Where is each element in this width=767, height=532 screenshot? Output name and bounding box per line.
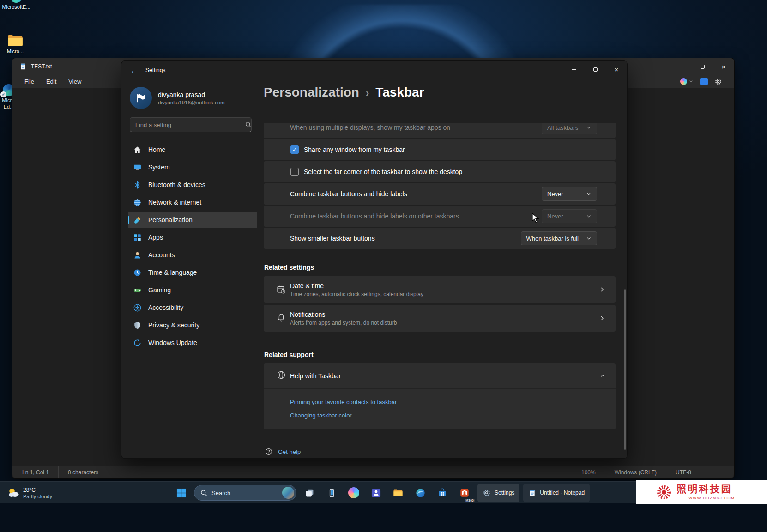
multiple-displays-dropdown[interactable]: All taskbars [542, 123, 597, 134]
row-combine-buttons[interactable]: Combine taskbar buttons and hide labels … [264, 183, 616, 205]
weather-condition: Partly cloudy [23, 494, 52, 499]
menu-edit[interactable]: Edit [41, 77, 61, 86]
personalization-icon [133, 216, 141, 224]
notepad-task-label: Untitled - Notepad [540, 490, 585, 496]
scrollbar-thumb[interactable] [624, 289, 626, 450]
sidebar-item-system[interactable]: System [128, 159, 257, 175]
smaller-buttons-dropdown[interactable]: When taskbar is full [521, 231, 597, 245]
maximize-button[interactable] [585, 61, 606, 78]
sidebar-item-accounts[interactable]: Accounts [128, 247, 257, 263]
help-link-pin-contacts[interactable]: Pinning your favorite contacts to taskba… [290, 399, 616, 405]
teams-button[interactable] [367, 484, 385, 502]
sidebar-item-accessibility[interactable]: Accessibility [128, 299, 257, 316]
line-ending: Windows (CRLF) [605, 466, 666, 478]
sidebar-item-apps[interactable]: Apps [128, 229, 257, 246]
sidebar-item-windows-update[interactable]: Windows Update [128, 334, 257, 351]
phone-link-button[interactable] [322, 484, 341, 502]
edge-icon [10, 0, 22, 3]
desktop-icon-microsoft-edge-shortcut[interactable]: MicrosoftE... [1, 0, 31, 11]
row-multiple-displays[interactable]: When using multiple displays, show my ta… [264, 123, 616, 138]
notepad-toolbar-right [680, 75, 722, 88]
chevron-down-icon [586, 213, 592, 219]
help-expander[interactable]: Help with Taskbar [264, 363, 616, 389]
close-button[interactable]: × [713, 58, 734, 75]
settings-gear-icon[interactable] [714, 78, 722, 85]
maximize-button[interactable] [692, 58, 713, 75]
task-view-icon [305, 488, 314, 498]
settings-gear-icon [483, 489, 491, 497]
notepad-task-button[interactable]: Untitled - Notepad [523, 484, 590, 502]
menu-file[interactable]: File [19, 77, 39, 86]
help-links: Pinning your favorite contacts to taskba… [264, 389, 616, 429]
notepad-window-controls: × [670, 58, 734, 75]
globe-icon [133, 199, 141, 206]
row-smaller-buttons[interactable]: Show smaller taskbar buttons When taskba… [264, 228, 616, 249]
help-link-taskbar-color[interactable]: Changing taskbar color [290, 412, 616, 419]
taskbar-center: Search [172, 484, 590, 502]
home-icon [133, 146, 141, 154]
get-help-link[interactable]: Get help [265, 448, 616, 455]
watermark-logo [656, 484, 672, 500]
apps-icon [133, 234, 141, 242]
share-window-checkbox[interactable]: ✓ [290, 145, 299, 154]
question-icon [265, 448, 272, 455]
sidebar-item-gaming[interactable]: Gaming [128, 282, 257, 298]
teams-icon [371, 488, 381, 498]
sidebar-item-bluetooth-devices[interactable]: Bluetooth & devices [128, 176, 257, 193]
account-profile[interactable]: divyanka prasad divyanka1916@outlook.com [121, 79, 264, 116]
taskbar-search-box[interactable]: Search [194, 485, 296, 501]
settings-nav: Home System Bluetooth & devices Network … [121, 139, 264, 351]
zoom-level: 100% [572, 466, 605, 478]
far-corner-checkbox[interactable] [290, 168, 299, 176]
row-combine-other-taskbars[interactable]: Combine taskbar buttons and hide labels … [264, 206, 616, 227]
settings-content: Personalization › Taskbar When using mul… [264, 79, 627, 458]
search-input[interactable] [130, 117, 252, 132]
microsoft-store-button[interactable] [433, 484, 452, 502]
file-explorer-button[interactable] [389, 484, 407, 502]
sidebar-item-privacy-security[interactable]: Privacy & security [128, 317, 257, 333]
sidebar-item-home[interactable]: Home [128, 141, 257, 158]
sidebar-item-network-internet[interactable]: Network & internet [128, 194, 257, 211]
menu-view[interactable]: View [63, 77, 86, 86]
minimize-button[interactable] [670, 58, 692, 75]
back-button[interactable]: ← [128, 64, 140, 76]
task-view-button[interactable] [300, 484, 319, 502]
chevron-down-icon [689, 79, 694, 84]
chevron-down-icon [586, 191, 592, 197]
row-share-window[interactable]: ✓ Share any window from my taskbar [264, 139, 616, 160]
notepad-icon [19, 63, 27, 70]
notifications-card[interactable]: Notifications Alerts from apps and syste… [264, 305, 616, 332]
microsoft-365-button[interactable]: M365 [455, 484, 474, 502]
sign-in-icon[interactable] [700, 78, 708, 85]
weather-temp: 28°C [23, 487, 52, 493]
account-email: divyanka1916@outlook.com [158, 100, 225, 105]
row-far-corner[interactable]: Select the far corner of the taskbar to … [264, 161, 616, 182]
settings-search [130, 117, 256, 132]
combine-buttons-dropdown[interactable]: Never [542, 187, 597, 201]
notepad-tab[interactable]: TEST.txt [19, 63, 52, 70]
cursor-position: Ln 1, Col 1 [12, 466, 58, 478]
widgets-weather-button[interactable]: 28°C Partly cloudy [3, 482, 57, 504]
character-count: 0 characters [58, 466, 108, 478]
copilot-button[interactable] [344, 484, 363, 502]
help-globe-icon [277, 370, 286, 381]
search-icon [200, 490, 207, 496]
close-button[interactable]: × [606, 61, 627, 78]
sidebar-item-time-language[interactable]: Time & language [128, 264, 257, 281]
notepad-icon [528, 489, 536, 497]
chevron-right-icon [599, 286, 605, 293]
settings-task-button[interactable]: Settings [477, 484, 519, 502]
notepad-title: TEST.txt [31, 63, 52, 70]
date-time-card[interactable]: Date & time Time zones, automatic clock … [264, 276, 616, 303]
sidebar-item-personalization[interactable]: Personalization [128, 212, 257, 228]
minimize-button[interactable] [563, 61, 585, 78]
copilot-rewrite-button[interactable] [680, 78, 694, 85]
statusbar-spacer [108, 466, 572, 478]
search-icon [245, 121, 252, 130]
chevron-right-icon [599, 315, 605, 321]
breadcrumb-personalization[interactable]: Personalization [264, 85, 359, 100]
desktop-icon-folder[interactable]: Micro... [0, 33, 30, 55]
start-button[interactable] [172, 484, 190, 502]
edge-button[interactable] [411, 484, 429, 502]
combine-other-dropdown[interactable]: Never [542, 209, 597, 223]
